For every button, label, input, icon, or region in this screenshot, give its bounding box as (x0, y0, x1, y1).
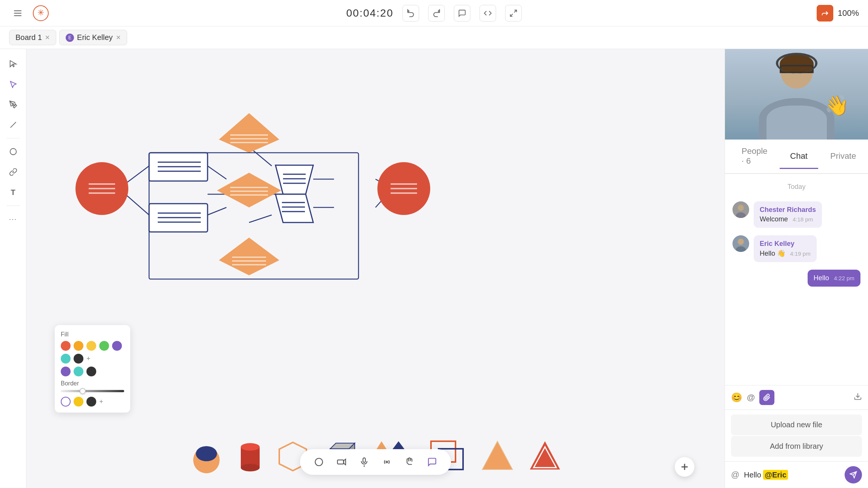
tab-people[interactable]: People · 6 (731, 140, 778, 174)
svg-marker-77 (482, 441, 512, 470)
line-tool-btn[interactable] (5, 116, 22, 134)
tab-eric-close[interactable]: ✕ (116, 34, 121, 41)
broadcast-tool-btn[interactable] (379, 454, 395, 470)
color-add-btn[interactable]: + (86, 355, 91, 363)
chester-name: Chester Richards (760, 206, 816, 214)
svg-line-6 (510, 14, 512, 16)
self-bubble: Hello 4:22 pm (808, 270, 860, 287)
tab-eric-kelley[interactable]: E Eric Kelley ✕ (59, 30, 127, 45)
border-add-btn[interactable]: + (99, 398, 103, 406)
emoji-btn[interactable]: 😊 (731, 392, 742, 403)
self-time: 4:22 pm (834, 275, 854, 281)
border-black[interactable] (86, 397, 96, 407)
color-teal[interactable] (61, 354, 71, 364)
mic-tool-btn[interactable] (356, 454, 372, 470)
app-logo: ✳ (32, 5, 49, 21)
cursor-tool-btn[interactable] (5, 75, 22, 93)
shape-triangle-outline[interactable] (480, 439, 514, 475)
text-tool-btn[interactable]: T (5, 184, 22, 201)
download-btn[interactable] (854, 392, 862, 403)
right-panel: 👋 People · 6 Chat Private Today (725, 49, 868, 488)
tab-eric-label: Eric Kelley (77, 33, 112, 42)
color-purple2[interactable] (61, 367, 71, 376)
svg-marker-26 (219, 113, 279, 153)
select-tool-btn[interactable] (5, 55, 22, 72)
chester-time: 4:18 pm (793, 216, 813, 223)
topbar-right: 100% (817, 5, 859, 21)
link-tool-btn[interactable] (5, 163, 22, 181)
video-box: 👋 (725, 49, 868, 140)
toolbar-separator-2 (6, 206, 20, 206)
border-slider[interactable] (61, 390, 124, 392)
color-swatches: + (61, 341, 124, 364)
svg-rect-81 (337, 460, 343, 464)
redo-button[interactable] (428, 5, 445, 21)
tabs-row: Board 1 ✕ E Eric Kelley ✕ (0, 26, 868, 49)
color-green[interactable] (99, 341, 109, 351)
share-button[interactable] (817, 5, 833, 21)
chester-avatar (733, 201, 749, 218)
comment-button[interactable] (454, 5, 471, 21)
topbar: ✳ 00:04:20 100% (0, 0, 868, 26)
chat-message-self: Hello 4:22 pm (733, 270, 860, 287)
color-black[interactable] (86, 367, 96, 376)
border-slider-thumb[interactable] (80, 388, 86, 394)
svg-line-17 (208, 207, 226, 215)
timer-display: 00:04:20 (346, 7, 394, 19)
svg-marker-46 (219, 238, 279, 275)
svg-line-16 (208, 166, 226, 179)
fullscreen-button[interactable] (505, 5, 522, 21)
shape-cylinder[interactable] (237, 439, 263, 475)
chat-input-display[interactable]: Hello @Eric (744, 471, 840, 479)
tab-private[interactable]: Private (820, 144, 866, 169)
svg-point-66 (241, 443, 260, 451)
at-prefix[interactable]: @ (731, 470, 739, 480)
add-from-library-btn[interactable]: Add from library (731, 436, 862, 457)
shape-tool-btn[interactable] (5, 143, 22, 160)
border-none[interactable] (61, 397, 71, 407)
upload-new-file-btn[interactable]: Upload new file (731, 414, 862, 435)
more-tools-btn[interactable]: ··· (5, 210, 22, 228)
code-button[interactable] (480, 5, 496, 21)
circle-tool-btn[interactable] (311, 454, 327, 470)
eric-avatar (733, 235, 749, 252)
border-label: Border (61, 380, 124, 387)
attachment-btn[interactable] (759, 390, 774, 405)
canvas-area[interactable]: Fill + Border (26, 49, 725, 488)
svg-marker-7 (10, 61, 16, 67)
eric-bubble: Eric Kelley Hello 👋 4:19 pm (754, 235, 817, 262)
color-yellow[interactable] (86, 341, 96, 351)
toolbar-separator-1 (6, 138, 20, 138)
tab-board1-close[interactable]: ✕ (45, 34, 50, 41)
tab-board1[interactable]: Board 1 ✕ (9, 30, 56, 45)
tab-chat[interactable]: Chat (780, 144, 818, 169)
shape-triangle-solid[interactable] (528, 439, 562, 475)
svg-point-89 (738, 205, 744, 211)
undo-button[interactable] (403, 5, 419, 21)
svg-rect-83 (363, 458, 366, 462)
chat-message-eric: Eric Kelley Hello 👋 4:19 pm (733, 235, 860, 262)
svg-point-10 (10, 149, 16, 155)
add-button[interactable] (675, 457, 694, 477)
color-purple[interactable] (112, 341, 122, 351)
mention-btn[interactable]: @ (747, 393, 755, 402)
color-orange[interactable] (74, 341, 83, 351)
video-tool-btn[interactable] (333, 454, 350, 470)
border-yellow[interactable] (74, 397, 83, 407)
pen-tool-btn[interactable] (5, 96, 22, 113)
chat-tool-btn[interactable] (424, 454, 440, 470)
chat-input-row: @ Hello @Eric (725, 461, 868, 488)
color-red[interactable] (61, 341, 71, 351)
hand-tool-btn[interactable] (401, 454, 418, 470)
send-button[interactable] (845, 466, 862, 483)
svg-marker-54 (275, 194, 313, 223)
settings-button[interactable] (9, 5, 26, 22)
color-panel: Fill + Border (55, 325, 130, 413)
eric-text: Hello 👋 (760, 250, 785, 257)
color-dark[interactable] (74, 354, 83, 364)
svg-line-14 (249, 215, 272, 223)
shape-donut[interactable] (189, 439, 223, 475)
chat-area: Today Chester Richards Welcome 4:18 pm (725, 174, 868, 385)
svg-line-9 (10, 122, 16, 128)
color-blue[interactable] (74, 367, 83, 376)
